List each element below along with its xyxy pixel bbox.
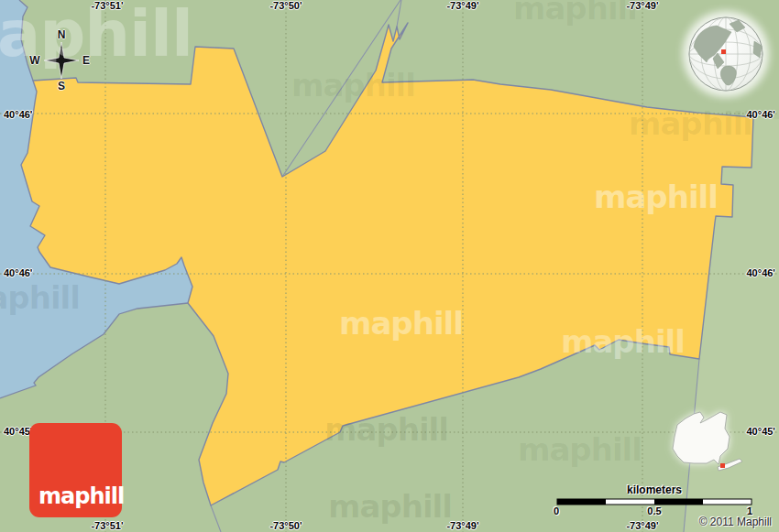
coord-label-left-0: 40°46' xyxy=(4,109,33,120)
compass-south-label: S xyxy=(54,80,69,92)
scale-tick-start: 0 xyxy=(554,505,559,516)
coord-label-top-2: -73°49' xyxy=(431,0,495,11)
maphill-logo-label: maphill xyxy=(38,483,124,509)
coord-label-bottom-0: -73°51' xyxy=(75,520,139,531)
coord-label-top-0: -73°51' xyxy=(75,0,139,11)
attribution-text: © 2011 Maphill xyxy=(699,516,772,528)
coord-label-top-3: -73°49' xyxy=(610,0,675,11)
state-location-marker-icon xyxy=(720,463,725,468)
coord-label-right-2: 40°45' xyxy=(747,426,776,437)
coord-label-left-2: 40°45' xyxy=(4,426,33,437)
compass-east-label: E xyxy=(79,54,93,67)
coord-label-right-1: 40°46' xyxy=(747,267,776,278)
coord-label-bottom-1: -73°50' xyxy=(254,520,318,531)
compass-north-label: N xyxy=(54,28,69,41)
scale-bar-title: kilometers xyxy=(557,483,752,496)
scale-bar xyxy=(557,499,752,505)
globe-location-marker-icon xyxy=(721,49,726,54)
map-canvas: maphill maphill maphill maphill maphill … xyxy=(0,0,779,532)
coord-label-right-0: 40°46' xyxy=(747,109,776,120)
coord-label-left-1: 40°46' xyxy=(4,267,33,278)
coord-label-top-1: -73°50' xyxy=(254,0,318,11)
compass-west-label: W xyxy=(27,54,42,67)
scale-tick-mid: 0.5 xyxy=(643,505,665,516)
locator-globe xyxy=(683,11,769,97)
coord-label-bottom-2: -73°49' xyxy=(431,520,495,531)
maphill-logo[interactable]: maphill xyxy=(29,423,122,517)
coord-label-bottom-3: -73°49' xyxy=(610,520,675,531)
